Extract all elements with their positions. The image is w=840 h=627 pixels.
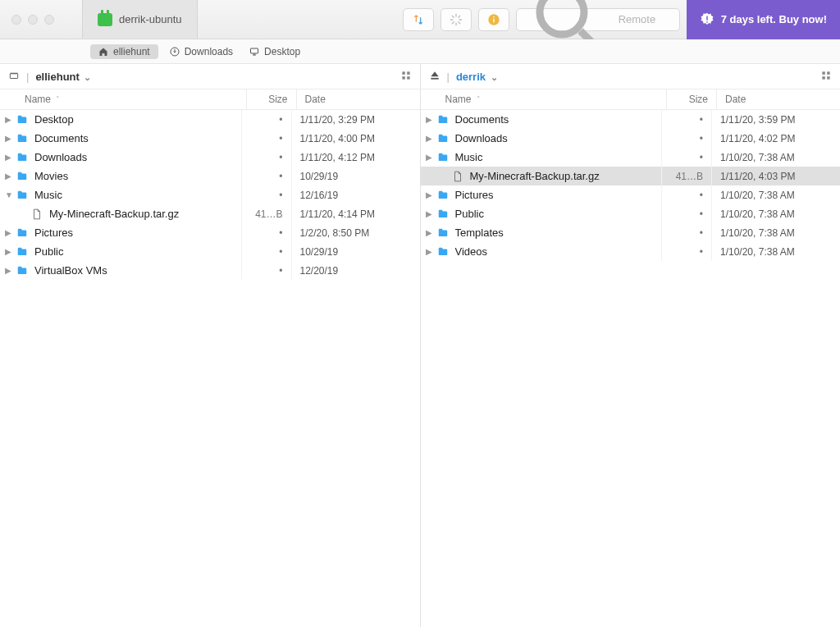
col-name[interactable]: Name˄: [421, 94, 667, 105]
dual-pane: | elliehunt ⌄ Name˄ Size Date ▶Desktop•1…: [0, 64, 840, 627]
folder-row[interactable]: ▶Pictures•1/10/20, 7:38 AM: [421, 185, 841, 204]
col-size[interactable]: Size: [667, 94, 716, 105]
item-name: Documents: [34, 132, 241, 144]
item-name: Downloads: [455, 132, 662, 144]
desktop-icon: [249, 47, 259, 57]
window-controls: [0, 15, 66, 25]
folder-icon: [436, 245, 450, 259]
item-name: Pictures: [455, 189, 662, 201]
remote-view-toggle[interactable]: [820, 70, 832, 84]
folder-row[interactable]: ▶Templates•1/10/20, 7:38 AM: [421, 223, 841, 242]
item-name: My-Minecraft-Backup.tar.gz: [470, 170, 662, 182]
col-date[interactable]: Date: [717, 94, 840, 105]
item-date: 1/2/20, 8:50 PM: [292, 227, 415, 239]
file-icon: [450, 170, 465, 183]
remote-pane-header: | derrik ⌄: [421, 64, 841, 89]
remote-path-button[interactable]: derrik ⌄: [456, 71, 498, 83]
disclosure-closed-icon[interactable]: ▶: [426, 153, 436, 162]
toolbar: [403, 8, 687, 31]
disclosure-closed-icon[interactable]: ▶: [5, 247, 15, 256]
local-file-list[interactable]: ▶Desktop•1/11/20, 3:29 PM▶Documents•1/11…: [0, 110, 420, 627]
connection-tab[interactable]: derrik-ubuntu: [82, 0, 198, 39]
transfer-button[interactable]: [403, 8, 434, 31]
local-pane: | elliehunt ⌄ Name˄ Size Date ▶Desktop•1…: [0, 64, 420, 627]
folder-row[interactable]: ▶Desktop•1/11/20, 3:29 PM: [0, 110, 420, 129]
disclosure-closed-icon[interactable]: ▶: [426, 247, 436, 256]
item-size: •: [662, 246, 711, 258]
item-size: •: [662, 133, 711, 144]
remote-file-list[interactable]: ▶Documents•1/11/20, 3:59 PM▶Downloads•1/…: [421, 110, 841, 627]
minimize-window-button[interactable]: [28, 15, 38, 25]
favorite-downloads[interactable]: Downloads: [165, 44, 238, 59]
local-view-toggle[interactable]: [400, 70, 412, 84]
close-window-button[interactable]: [11, 15, 21, 25]
zoom-window-button[interactable]: [44, 15, 54, 25]
item-date: 1/11/20, 4:02 PM: [712, 133, 835, 144]
item-date: 10/29/19: [292, 246, 415, 258]
item-name: Public: [455, 208, 662, 220]
folder-row[interactable]: ▶Pictures•1/2/20, 8:50 PM: [0, 223, 420, 242]
item-size: 41…B: [662, 171, 711, 182]
favorite-home[interactable]: elliehunt: [90, 44, 158, 59]
remote-user-label: derrik: [456, 71, 486, 83]
disclosure-closed-icon[interactable]: ▶: [426, 134, 436, 143]
folder-row[interactable]: ▶Downloads•1/11/20, 4:02 PM: [421, 129, 841, 148]
item-date: 1/11/20, 4:12 PM: [292, 152, 415, 163]
item-name: Movies: [34, 170, 241, 182]
item-size: •: [662, 114, 711, 126]
folder-icon: [15, 151, 30, 164]
local-path-button[interactable]: elliehunt ⌄: [35, 71, 91, 83]
buy-now-banner[interactable]: 7 days left. Buy now!: [687, 0, 840, 39]
disclosure-closed-icon[interactable]: ▶: [5, 134, 15, 143]
col-date[interactable]: Date: [297, 94, 420, 105]
folder-row[interactable]: ▶Downloads•1/11/20, 4:12 PM: [0, 148, 420, 167]
disclosure-closed-icon[interactable]: ▶: [426, 115, 436, 124]
folder-icon: [15, 113, 30, 126]
item-date: 10/29/19: [292, 171, 415, 182]
disclosure-closed-icon[interactable]: ▶: [5, 115, 15, 124]
disclosure-closed-icon[interactable]: ▶: [426, 209, 436, 218]
folder-row[interactable]: ▼Music•12/16/19: [0, 185, 420, 204]
file-icon: [30, 208, 44, 221]
disclosure-closed-icon[interactable]: ▶: [426, 228, 436, 237]
file-row[interactable]: ▶My-Minecraft-Backup.tar.gz41…B1/11/20, …: [0, 204, 420, 223]
favorite-desktop[interactable]: Desktop: [244, 44, 305, 59]
remote-column-header: Name˄ Size Date: [421, 89, 841, 110]
folder-row[interactable]: ▶Public•10/29/19: [0, 242, 420, 261]
activity-icon: [450, 13, 463, 26]
item-size: •: [662, 190, 711, 201]
folder-row[interactable]: ▶Videos•1/10/20, 7:38 AM: [421, 242, 841, 261]
item-size: •: [242, 227, 291, 239]
disclosure-closed-icon[interactable]: ▶: [5, 266, 15, 275]
search-input[interactable]: [619, 13, 671, 25]
col-size[interactable]: Size: [247, 94, 296, 105]
disclosure-open-icon[interactable]: ▼: [5, 190, 15, 199]
buy-now-label: 7 days left. Buy now!: [721, 13, 827, 25]
folder-row[interactable]: ▶Documents•1/11/20, 4:00 PM: [0, 129, 420, 148]
folder-row[interactable]: ▶Movies•10/29/19: [0, 167, 420, 185]
chevron-down-icon: ⌄: [491, 72, 498, 82]
col-name[interactable]: Name˄: [0, 94, 246, 105]
folder-row[interactable]: ▶Documents•1/11/20, 3:59 PM: [421, 110, 841, 129]
search-field[interactable]: [516, 8, 680, 31]
favorite-desktop-label: Desktop: [264, 46, 300, 57]
disclosure-closed-icon[interactable]: ▶: [5, 153, 15, 162]
item-date: 1/10/20, 7:38 AM: [712, 190, 835, 201]
item-size: •: [662, 152, 711, 163]
item-name: Downloads: [34, 151, 241, 163]
favorite-home-label: elliehunt: [113, 46, 150, 57]
disclosure-closed-icon[interactable]: ▶: [5, 172, 15, 181]
item-name: Templates: [455, 227, 662, 239]
folder-row[interactable]: ▶Public•1/10/20, 7:38 AM: [421, 204, 841, 223]
info-button[interactable]: [478, 8, 509, 31]
disclosure-closed-icon[interactable]: ▶: [426, 190, 436, 199]
folder-row[interactable]: ▶VirtualBox VMs•12/20/19: [0, 261, 420, 280]
item-date: 1/11/20, 4:14 PM: [292, 208, 415, 220]
activity-button[interactable]: [441, 8, 472, 31]
file-row[interactable]: ▶My-Minecraft-Backup.tar.gz41…B1/11/20, …: [421, 167, 841, 185]
eject-icon[interactable]: [429, 70, 441, 84]
disclosure-closed-icon[interactable]: ▶: [5, 228, 15, 237]
folder-icon: [436, 189, 450, 202]
folder-row[interactable]: ▶Music•1/10/20, 7:38 AM: [421, 148, 841, 167]
item-name: Pictures: [34, 227, 241, 239]
